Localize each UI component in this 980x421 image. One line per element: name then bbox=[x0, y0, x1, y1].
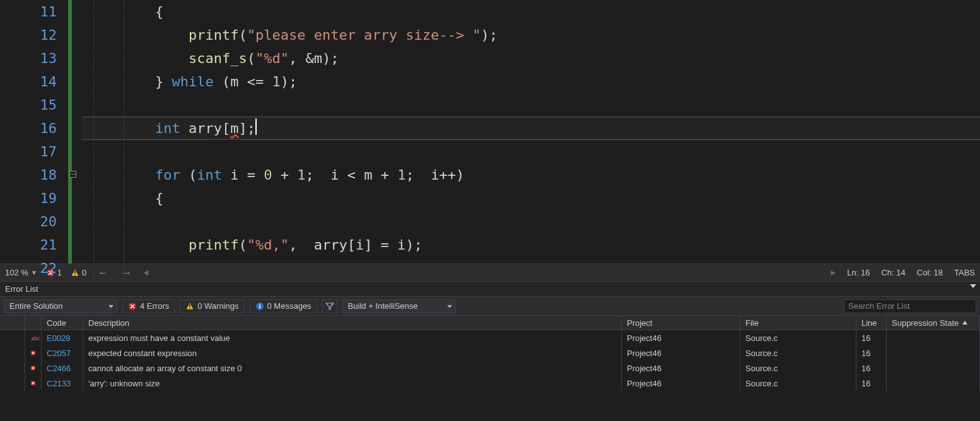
severity-icon bbox=[25, 360, 42, 376]
fold-minus-icon[interactable] bbox=[69, 171, 76, 178]
text-cursor bbox=[255, 118, 257, 135]
error-list-panel-header[interactable]: Error List bbox=[0, 281, 980, 296]
error-line: 16 bbox=[856, 360, 887, 376]
chevron-down-icon bbox=[108, 305, 114, 308]
code-line[interactable]: for (int i = 0 + 1; i < m + 1; i++) bbox=[82, 163, 980, 187]
error-project: Project46 bbox=[622, 360, 740, 376]
error-line: 16 bbox=[856, 376, 887, 391]
col-header-project[interactable]: Project bbox=[622, 316, 740, 330]
row-spacer bbox=[0, 345, 25, 360]
line-number: 11 bbox=[0, 0, 57, 23]
error-table-body: abc﹏E0028expression must have a constant… bbox=[0, 330, 980, 391]
line-number-gutter: 111213141516171819202122 bbox=[0, 0, 68, 263]
line-number: 18 bbox=[0, 163, 57, 187]
error-row[interactable]: abc﹏E0028expression must have a constant… bbox=[0, 330, 980, 345]
line-number: 15 bbox=[0, 93, 57, 117]
chevron-down-icon bbox=[447, 305, 452, 308]
svg-rect-5 bbox=[190, 308, 190, 308]
error-file: Source.c bbox=[740, 330, 856, 345]
row-spacer bbox=[0, 360, 25, 376]
col-header-icon[interactable] bbox=[0, 316, 25, 330]
error-code: C2057 bbox=[42, 345, 83, 360]
error-row[interactable]: C2057expected constant expressionProject… bbox=[0, 345, 980, 360]
svg-rect-2 bbox=[74, 274, 75, 275]
severity-icon bbox=[25, 345, 42, 360]
error-suppression bbox=[887, 360, 980, 376]
search-error-list-input[interactable]: Search Error List bbox=[844, 299, 976, 313]
error-list-toolbar: Entire Solution 4 Errors 0 Warnings 0 Me… bbox=[0, 296, 980, 315]
error-suppression bbox=[887, 345, 980, 360]
error-description: 'arry': unknown size bbox=[83, 376, 622, 391]
error-project: Project46 bbox=[622, 345, 740, 360]
line-number: 14 bbox=[0, 70, 57, 93]
line-number: 19 bbox=[0, 187, 57, 210]
line-number: 13 bbox=[0, 47, 57, 70]
code-line[interactable]: int arry[m]; bbox=[82, 117, 980, 140]
code-line[interactable] bbox=[82, 140, 980, 163]
error-row[interactable]: C2133'arry': unknown sizeProject46Source… bbox=[0, 376, 980, 391]
severity-icon: abc﹏ bbox=[25, 330, 42, 345]
severity-icon bbox=[25, 376, 42, 391]
error-line: 16 bbox=[856, 330, 887, 345]
scope-dropdown[interactable]: Entire Solution bbox=[4, 299, 117, 313]
fold-column[interactable] bbox=[68, 0, 82, 263]
code-line[interactable]: printf("%d,", arry[i] = i); bbox=[82, 233, 980, 257]
error-file: Source.c bbox=[740, 345, 856, 360]
code-line[interactable]: { bbox=[82, 187, 980, 210]
code-editor[interactable]: 111213141516171819202122 { printf("pleas… bbox=[0, 0, 980, 263]
svg-rect-1 bbox=[74, 271, 75, 274]
panel-title-label: Error List bbox=[5, 284, 38, 294]
line-number: 22 bbox=[0, 257, 57, 280]
line-number: 16 bbox=[0, 117, 57, 140]
panel-dropdown-icon[interactable] bbox=[970, 284, 976, 288]
messages-filter-button[interactable]: 0 Messages bbox=[250, 299, 317, 313]
error-description: cannot allocate an array of constant siz… bbox=[83, 360, 622, 376]
line-number: 12 bbox=[0, 23, 57, 47]
error-description: expression must have a constant value bbox=[83, 330, 622, 345]
code-line[interactable] bbox=[82, 210, 980, 233]
clear-filter-button[interactable] bbox=[322, 299, 337, 313]
col-header-severity[interactable] bbox=[25, 316, 42, 330]
svg-rect-8 bbox=[259, 304, 260, 305]
col-header-description[interactable]: Description bbox=[83, 316, 622, 330]
code-content[interactable]: { printf("please enter arry size--> "); … bbox=[82, 0, 980, 263]
error-code: C2133 bbox=[42, 376, 83, 391]
row-spacer bbox=[0, 376, 25, 391]
error-list-table[interactable]: Code Description Project File Line Suppr… bbox=[0, 315, 980, 421]
error-file: Source.c bbox=[740, 360, 856, 376]
error-suppression bbox=[887, 330, 980, 345]
code-line[interactable] bbox=[82, 93, 980, 117]
error-table-header[interactable]: Code Description Project File Line Suppr… bbox=[0, 315, 980, 330]
code-line[interactable]: scanf_s("%d", &m); bbox=[82, 47, 980, 70]
error-suppression bbox=[887, 376, 980, 391]
row-spacer bbox=[0, 330, 25, 345]
errors-filter-button[interactable]: 4 Errors bbox=[122, 299, 175, 313]
code-line[interactable]: } while (m <= 1); bbox=[82, 70, 980, 93]
sort-ascending-icon bbox=[962, 321, 967, 325]
error-code: E0028 bbox=[42, 330, 83, 345]
code-line[interactable]: printf("please enter arry size--> "); bbox=[82, 23, 980, 47]
line-number: 17 bbox=[0, 140, 57, 163]
svg-rect-7 bbox=[259, 305, 260, 308]
error-description: expected constant expression bbox=[83, 345, 622, 360]
code-line[interactable] bbox=[82, 257, 980, 280]
col-header-code[interactable]: Code bbox=[42, 316, 83, 330]
line-number: 21 bbox=[0, 233, 57, 257]
col-header-file[interactable]: File bbox=[740, 316, 856, 330]
error-project: Project46 bbox=[622, 376, 740, 391]
svg-rect-4 bbox=[190, 304, 190, 307]
error-source-dropdown[interactable]: Build + IntelliSense bbox=[342, 299, 456, 313]
line-number: 20 bbox=[0, 210, 57, 233]
col-header-suppression[interactable]: Suppression State bbox=[887, 316, 980, 330]
error-row[interactable]: C2466cannot allocate an array of constan… bbox=[0, 360, 980, 376]
error-code: C2466 bbox=[42, 360, 83, 376]
error-line: 16 bbox=[856, 345, 887, 360]
error-project: Project46 bbox=[622, 330, 740, 345]
warnings-filter-button[interactable]: 0 Warnings bbox=[180, 299, 244, 313]
col-header-line[interactable]: Line bbox=[856, 316, 887, 330]
code-line[interactable]: { bbox=[82, 0, 980, 23]
error-file: Source.c bbox=[740, 376, 856, 391]
